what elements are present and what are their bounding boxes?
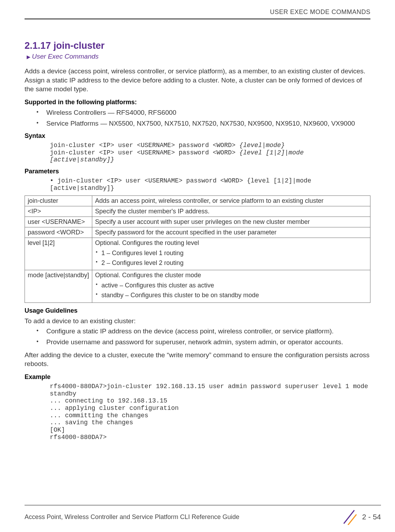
list-item: Service Platforms — NX5500, NX7500, NX75…	[36, 119, 370, 128]
usage-lead: To add a device to an existing cluster:	[25, 317, 370, 326]
usage-after: After adding the device to a cluster, ex…	[25, 351, 370, 368]
table-row: join-cluster Adds an access point, wirel…	[25, 195, 370, 206]
table-row: user <USERNAME> Specify a user account w…	[25, 217, 370, 227]
param-name: password <WORD>	[25, 227, 92, 238]
svg-line-0	[344, 510, 354, 524]
param-lead: Optional. Configures the cluster mode	[95, 272, 201, 279]
example-code: rfs4000-880DA7>join-cluster 192.168.13.1…	[25, 383, 370, 441]
param-desc: Optional. Configures the routing level 1…	[92, 238, 370, 270]
param-name: <IP>	[25, 206, 92, 217]
list-item: 2 – Configures level 2 routing	[96, 259, 367, 267]
supported-heading: Supported in the following platforms:	[25, 99, 370, 106]
param-name: mode [active|standby]	[25, 270, 92, 303]
list-item: Wireless Controllers — RFS4000, RFS6000	[36, 108, 370, 118]
param-desc: Specify the cluster member's IP address.	[92, 206, 370, 217]
section-title: 2.1.17 join-cluster	[25, 40, 370, 51]
code-text: join-cluster <IP> user <USERNAME> passwo…	[50, 142, 239, 149]
syntax-heading: Syntax	[25, 132, 370, 140]
param-desc: Optional. Configures the cluster mode ac…	[92, 270, 370, 303]
code-text: join-cluster <IP> user <USERNAME> passwo…	[50, 149, 239, 156]
footer-doc-title: Access Point, Wireless Controller and Se…	[25, 513, 239, 521]
breadcrumb-text[interactable]: User Exec Commands	[32, 53, 99, 60]
param-desc: Specify a user account with super user p…	[92, 217, 370, 227]
param-desc: Specify password for the account specifi…	[92, 227, 370, 238]
table-row: mode [active|standby] Optional. Configur…	[25, 270, 370, 303]
table-row: level [1|2] Optional. Configures the rou…	[25, 238, 370, 270]
page-number: 2 - 54	[362, 513, 381, 521]
footer-rule	[25, 505, 381, 505]
param-name: level [1|2]	[25, 238, 92, 270]
param-name: user <USERNAME>	[25, 217, 92, 227]
example-heading: Example	[25, 373, 370, 381]
slash-decoration-icon	[341, 509, 357, 525]
usage-heading: Usage Guidelines	[25, 307, 370, 314]
code-text-italic: {level|mode}	[239, 142, 285, 149]
param-lead: Optional. Configures the routing level	[95, 239, 199, 246]
chapter-header: USER EXEC MODE COMMANDS	[25, 7, 370, 16]
param-desc: Adds an access point, wireless controlle…	[92, 195, 370, 206]
parameters-table: join-cluster Adds an access point, wirel…	[25, 195, 370, 303]
param-sublist: active – Configures this cluster as acti…	[95, 281, 367, 300]
usage-list: Configure a static IP address on the dev…	[25, 327, 370, 347]
supported-list: Wireless Controllers — RFS4000, RFS6000 …	[25, 108, 370, 128]
list-item: active – Configures this cluster as acti…	[96, 281, 367, 290]
list-item: standby – Configures this cluster to be …	[96, 291, 367, 299]
breadcrumb: ▶User Exec Commands	[27, 53, 370, 60]
page-footer: Access Point, Wireless Controller and Se…	[0, 505, 395, 525]
list-item: Configure a static IP address on the dev…	[36, 327, 370, 336]
intro-paragraph: Adds a device (access point, wireless co…	[25, 67, 370, 94]
header-rule	[25, 19, 370, 19]
parameters-heading: Parameters	[25, 168, 370, 175]
code-text: • join-cluster <IP> user <USERNAME> pass…	[50, 177, 247, 184]
breadcrumb-arrow-icon: ▶	[27, 54, 31, 60]
list-item: 1 – Configures level 1 routing	[96, 249, 367, 257]
param-name: join-cluster	[25, 195, 92, 206]
table-row: <IP> Specify the cluster member's IP add…	[25, 206, 370, 217]
parameters-code: • join-cluster <IP> user <USERNAME> pass…	[25, 177, 370, 192]
param-sublist: 1 – Configures level 1 routing 2 – Confi…	[95, 249, 367, 267]
syntax-code: join-cluster <IP> user <USERNAME> passwo…	[25, 142, 370, 164]
list-item: Provide username and password for superu…	[36, 338, 370, 347]
table-row: password <WORD> Specify password for the…	[25, 227, 370, 238]
